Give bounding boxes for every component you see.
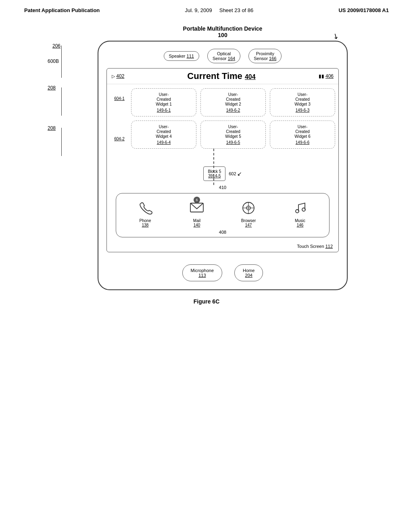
widget-2[interactable]: User-CreatedWidget 2 149-6-2 (200, 88, 266, 116)
widget-3[interactable]: User-CreatedWidget 3 149-6-3 (270, 88, 335, 116)
label-600b: 600B (48, 58, 59, 64)
outer-layout: 206 600B 208 208 (41, 41, 372, 290)
dock-browser[interactable]: Browser 147 (240, 200, 257, 227)
widget-row-1: User-CreatedWidget 1 149-6-1 User-Create… (131, 88, 335, 116)
connection-area: Block 5 3914-5 602 ↙ (107, 149, 338, 185)
dock-icons: Phone 138 6 Ma (119, 197, 326, 227)
signal-area: ▷ 402 (112, 73, 124, 79)
patent-header: Patent Application Publication Jul. 9, 2… (0, 0, 413, 17)
block5-area: Block 5 3914-5 602 ↙ (203, 166, 242, 181)
dock-410-label: 410 (111, 185, 334, 190)
dock-music[interactable]: Music 146 (292, 200, 308, 227)
widget-6[interactable]: User-CreatedWidget 6 149-6-6 (270, 121, 335, 149)
dock-area: Phone 138 6 Ma (116, 193, 330, 237)
page: Patent Application Publication Jul. 9, 2… (0, 0, 413, 305)
figure-caption: Figure 6C (0, 298, 413, 305)
dock-408-label: 408 (119, 230, 326, 235)
dock-mail[interactable]: 6 Mail 140 (189, 200, 205, 227)
row-labels: 604-1 604-2 (110, 88, 129, 149)
label-206: 206 (52, 43, 60, 49)
widget-1[interactable]: User-CreatedWidget 1 149-6-1 (131, 88, 196, 116)
header-center: Jul. 9, 2009 Sheet 23 of 86 (185, 7, 253, 13)
mail-badge: 6 (194, 197, 200, 203)
bottom-buttons: Microphone 113 Home 204 (98, 259, 347, 289)
home-button[interactable]: Home 204 (234, 264, 263, 281)
widgets-area: 604-1 604-2 User-CreatedWidget 1 (107, 84, 338, 149)
bracket-208-bot (61, 128, 62, 156)
block5-label: 602 (229, 171, 236, 176)
block5-box: Block 5 3914-5 (203, 166, 225, 181)
status-bar: ▷ 402 Current Time 404 ▮▮ 406 (107, 69, 338, 84)
widget-4[interactable]: User-CreatedWidget 4 149-6-4 (131, 121, 196, 149)
dock-phone[interactable]: Phone 138 (137, 200, 153, 227)
device-title: Portable Multifunction Device 100 (73, 25, 372, 38)
phone-icon (137, 200, 153, 216)
header-sheet: Sheet 23 of 86 (219, 7, 254, 13)
speaker-sensor: Speaker 111 (164, 51, 199, 61)
speaker-label: Speaker 111 (169, 54, 194, 58)
screen-area: ▷ 402 Current Time 404 ▮▮ 406 (106, 68, 339, 252)
label-604-2: 604-2 (114, 137, 125, 141)
optical-sensor: OpticalSensor 164 (207, 49, 240, 63)
label-604-1: 604-1 (114, 96, 125, 101)
check-arrow-icon: ↙ (237, 170, 242, 177)
bracket-208-top (61, 87, 62, 116)
header-right: US 2009/0178008 A1 (338, 7, 389, 13)
music-icon (292, 200, 308, 216)
current-time: Current Time 404 (187, 71, 255, 81)
sensor-area: Speaker 111 OpticalSensor 164 ProximityS… (98, 42, 347, 68)
battery-area: ▮▮ 406 (319, 73, 334, 79)
widget-columns: User-CreatedWidget 1 149-6-1 User-Create… (131, 88, 335, 149)
diagram-area: Portable Multifunction Device 100 206 60… (41, 25, 372, 290)
label-208-bot: 208 (48, 125, 56, 131)
widget-row-2: User-CreatedWidget 4 149-6-4 User-Create… (131, 121, 335, 149)
dock-container: 410 Phone 138 (111, 185, 334, 237)
header-left: Patent Application Publication (24, 7, 100, 13)
header-date: Jul. 9, 2009 (185, 7, 212, 13)
widget-5[interactable]: User-CreatedWidget 5 149-6-5 (200, 121, 266, 149)
bracket-206 (61, 46, 62, 78)
microphone-button[interactable]: Microphone 113 (182, 264, 222, 281)
optical-label: OpticalSensor 164 (213, 51, 235, 61)
browser-icon (240, 200, 257, 216)
touchscreen-label: Touch Screen 112 (107, 243, 338, 252)
proximity-label: ProximitySensor 166 (254, 51, 276, 61)
label-208-top: 208 (48, 85, 56, 91)
device-outer: ↘ Speaker 111 OpticalSensor 164 Proximit… (98, 41, 348, 290)
proximity-sensor: ProximitySensor 166 (248, 49, 282, 63)
